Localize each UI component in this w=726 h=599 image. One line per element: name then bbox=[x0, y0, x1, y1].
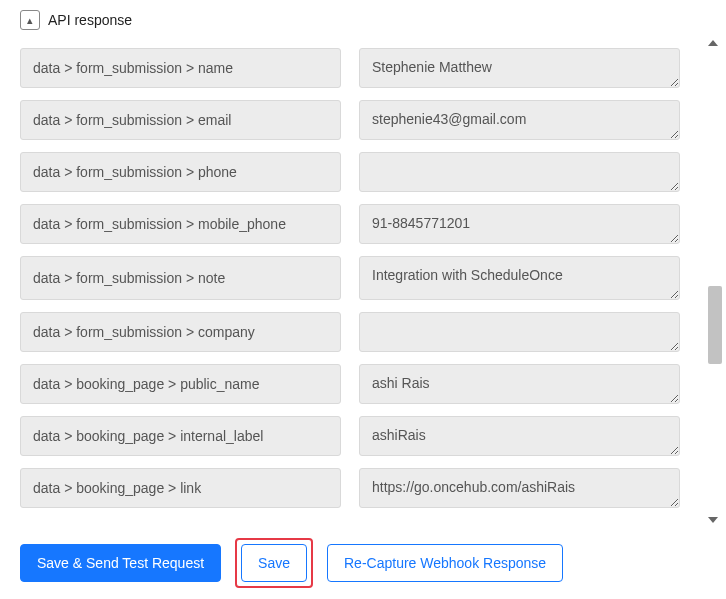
field-row: data > booking_page > public_name ashi R… bbox=[20, 364, 680, 404]
field-row: data > form_submission > email stephenie… bbox=[20, 100, 680, 140]
field-value-input[interactable]: https://go.oncehub.com/ashiRais bbox=[359, 468, 680, 508]
field-path-label[interactable]: data > form_submission > phone bbox=[20, 152, 341, 192]
field-row: data > booking_page > internal_label ash… bbox=[20, 416, 680, 456]
footer-actions: Save & Send Test Request Save Re-Capture… bbox=[0, 527, 726, 599]
scrollbar-thumb[interactable] bbox=[708, 286, 722, 364]
field-path-label[interactable]: data > form_submission > mobile_phone bbox=[20, 204, 341, 244]
field-value-input[interactable] bbox=[359, 152, 680, 192]
save-button[interactable]: Save bbox=[241, 544, 307, 582]
chevron-up-icon: ▴ bbox=[27, 14, 33, 27]
field-path-label[interactable]: data > booking_page > internal_label bbox=[20, 416, 341, 456]
scroll-down-icon[interactable] bbox=[708, 517, 718, 523]
field-value-input[interactable]: stephenie43@gmail.com bbox=[359, 100, 680, 140]
field-row: data > form_submission > company bbox=[20, 312, 680, 352]
field-value-input[interactable] bbox=[359, 312, 680, 352]
save-send-test-request-button[interactable]: Save & Send Test Request bbox=[20, 544, 221, 582]
field-value-input[interactable]: ashiRais bbox=[359, 416, 680, 456]
field-path-label[interactable]: data > form_submission > email bbox=[20, 100, 341, 140]
response-fields-list: data > form_submission > name Stephenie … bbox=[0, 36, 700, 527]
field-path-label[interactable]: data > form_submission > name bbox=[20, 48, 341, 88]
field-value-input[interactable]: Stephenie Matthew bbox=[359, 48, 680, 88]
field-row: data > form_submission > phone bbox=[20, 152, 680, 192]
save-button-highlight: Save bbox=[235, 538, 313, 588]
field-path-label[interactable]: data > booking_page > link bbox=[20, 468, 341, 508]
field-path-label[interactable]: data > form_submission > company bbox=[20, 312, 341, 352]
field-path-label[interactable]: data > form_submission > note bbox=[20, 256, 341, 300]
api-response-panel: ▴ API response data > form_submission > … bbox=[0, 0, 726, 599]
recapture-webhook-response-button[interactable]: Re-Capture Webhook Response bbox=[327, 544, 563, 582]
field-value-input[interactable]: 91-8845771201 bbox=[359, 204, 680, 244]
field-value-input[interactable]: ashi Rais bbox=[359, 364, 680, 404]
field-row: data > form_submission > name Stephenie … bbox=[20, 48, 680, 88]
scrollbar[interactable] bbox=[704, 36, 722, 527]
collapse-toggle[interactable]: ▴ bbox=[20, 10, 40, 30]
field-row: data > form_submission > mobile_phone 91… bbox=[20, 204, 680, 244]
scroll-up-icon[interactable] bbox=[708, 40, 718, 46]
section-title: API response bbox=[48, 12, 132, 28]
section-header: ▴ API response bbox=[0, 0, 726, 36]
field-row: data > form_submission > note Integratio… bbox=[20, 256, 680, 300]
field-path-label[interactable]: data > booking_page > public_name bbox=[20, 364, 341, 404]
field-value-input[interactable]: Integration with ScheduleOnce bbox=[359, 256, 680, 300]
field-row: data > booking_page > link https://go.on… bbox=[20, 468, 680, 508]
